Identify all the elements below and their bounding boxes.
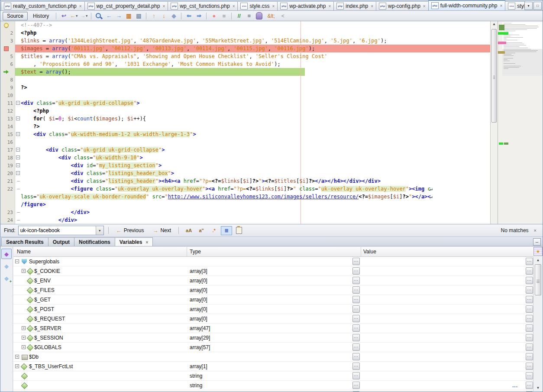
variables-scrollbar[interactable]: ▲ ▼ — [533, 256, 543, 392]
variable-row[interactable]: $_POSTarray[0]...... — [13, 305, 533, 314]
expander-icon[interactable]: + — [15, 355, 19, 359]
file-tab[interactable]: phpindex.php× — [333, 1, 376, 10]
value-ellipsis-button[interactable]: ... — [526, 286, 533, 294]
file-tab[interactable]: cssstyle.css× — [237, 1, 278, 10]
variable-row[interactable]: $_ENVarray[0]...... — [13, 276, 533, 285]
search-input[interactable] — [19, 226, 96, 235]
gutter-cell[interactable]: 16 — [0, 138, 15, 146]
previous-bookmark-icon[interactable]: ↑ — [149, 12, 158, 20]
gutter-cell[interactable]: 3 — [0, 37, 15, 45]
uncomment-icon[interactable]: ≡ — [245, 12, 253, 20]
fold-collapse-icon[interactable]: − — [16, 163, 20, 167]
scroll-down-icon[interactable]: ▼ — [533, 386, 543, 390]
value-ellipsis-button[interactable]: ... — [526, 315, 533, 322]
variable-row[interactable]: $_GETarray[0]...... — [13, 295, 533, 305]
stop-macro-recording-icon[interactable]: ■ — [220, 12, 228, 20]
type-ellipsis-button[interactable]: ... — [352, 334, 360, 341]
gutter-cell[interactable]: 21 — [0, 177, 15, 185]
value-ellipsis-button[interactable]: ... — [526, 391, 533, 392]
rectangular-selection-icon[interactable]: ▧ — [134, 12, 143, 20]
maximize-button[interactable]: □ — [533, 2, 542, 10]
value-ellipsis-button[interactable]: ... — [526, 267, 533, 275]
regex-icon[interactable]: .* — [208, 226, 220, 235]
file-tab[interactable]: phpwp_cst_functions.php× — [168, 1, 238, 10]
variable-row[interactable]: $_REQUESTarray[0]...... — [13, 314, 533, 324]
variable-row[interactable]: +$Db...... — [13, 352, 533, 362]
type-ellipsis-button[interactable]: ... — [352, 296, 360, 303]
panel-tab-search-results[interactable]: Search Results — [1, 237, 48, 246]
gutter-cell[interactable]: 23 — [0, 208, 15, 216]
value-ellipsis-button[interactable]: ... — [526, 277, 533, 284]
value-ellipsis-button[interactable]: ... — [526, 382, 533, 389]
fold-collapse-icon[interactable]: − — [16, 148, 20, 152]
scroll-up-icon[interactable]: ▲ — [533, 258, 543, 262]
file-tab[interactable]: phpwp_cst_property_detail.php× — [84, 1, 168, 10]
tab-close-icon[interactable]: × — [233, 4, 235, 9]
gutter-cell[interactable]: 20 — [0, 169, 15, 177]
highlight-results-icon[interactable]: ≣ — [221, 226, 232, 235]
show-variables-button[interactable]: ◆ — [1, 249, 12, 259]
gutter-cell[interactable]: 18 — [0, 154, 15, 162]
gutter-cell[interactable]: 11 — [0, 99, 15, 107]
value-ellipsis-button[interactable]: ... — [526, 258, 533, 265]
variable-row[interactable]: +$_SESSIONarray[29]...... — [13, 333, 533, 343]
value-ellipsis-button[interactable]: ... — [526, 353, 533, 360]
gutter-cell[interactable] — [0, 45, 15, 52]
editor-minimap[interactable] — [498, 21, 543, 224]
fold-collapse-icon[interactable]: − — [16, 132, 20, 136]
variable-row[interactable]: +$_SERVERarray[47]...... — [13, 324, 533, 333]
gutter-cell[interactable]: 13 — [0, 115, 15, 123]
gutter-cell[interactable]: 5 — [0, 52, 15, 60]
gutter-cell[interactable]: 12 — [0, 107, 15, 115]
variable-row[interactable]: +$GLOBALSarray[57]...... — [13, 343, 533, 352]
tab-close-icon[interactable]: × — [371, 4, 373, 9]
whole-words-icon[interactable]: a" — [196, 226, 207, 235]
gutter-cell[interactable]: 15 — [0, 130, 15, 138]
shift-line-right-icon[interactable]: ⇒ — [194, 12, 203, 20]
variable-row[interactable]: string...... — [13, 371, 533, 381]
value-ellipsis-button[interactable]: ... — [526, 305, 533, 313]
toggle-bookmark-icon[interactable]: ◆ — [169, 12, 178, 20]
expander-icon[interactable]: + — [22, 269, 26, 273]
tab-close-icon[interactable]: × — [500, 3, 503, 8]
variable-row[interactable]: $_FILESarray[0]...... — [13, 285, 533, 295]
fold-collapse-icon[interactable]: − — [16, 156, 20, 159]
gutter-cell[interactable]: 8 — [0, 76, 15, 84]
editor-vertical-scrollbar[interactable]: ▲ — [490, 21, 498, 224]
variable-row[interactable]: +$_COOKIEarray[3]...... — [13, 266, 533, 276]
file-tab[interactable]: phpfull-width-community.php× — [428, 0, 506, 10]
fold-collapse-icon[interactable]: − — [16, 117, 20, 120]
type-ellipsis-button[interactable]: ... — [352, 382, 360, 389]
expander-icon[interactable]: + — [22, 345, 26, 349]
scroll-up-icon[interactable]: ▲ — [491, 22, 498, 26]
type-ellipsis-button[interactable]: ... — [352, 353, 360, 360]
variable-row[interactable]: ...... — [13, 390, 533, 392]
editor-scrollbar-thumb[interactable] — [491, 29, 497, 123]
tab-overflow-button[interactable]: ▾ — [524, 2, 533, 10]
database-icon[interactable] — [255, 12, 263, 20]
shift-line-left-icon[interactable]: ⇐ — [184, 12, 193, 20]
tab-close-icon[interactable]: × — [328, 4, 331, 9]
show-superglobals-button[interactable]: ◆ — [1, 261, 12, 271]
type-ellipsis-button[interactable]: ... — [352, 305, 360, 313]
find-close-icon[interactable]: × — [534, 228, 537, 233]
expander-icon[interactable]: − — [15, 259, 19, 263]
value-ellipsis-button[interactable]: ... — [526, 372, 533, 379]
variables-table-header[interactable]: NameTypeValue — [13, 247, 533, 257]
forward-icon[interactable]: →▾ — [79, 12, 88, 20]
combo-dropdown-icon[interactable]: ▼ — [96, 226, 103, 235]
find-selection-icon[interactable] — [94, 12, 103, 20]
variables-scrollbar-thumb[interactable] — [535, 264, 541, 295]
add-watch-button[interactable]: ◆ + — [1, 273, 12, 283]
value-ellipsis-button[interactable]: ... — [526, 343, 533, 351]
panel-tab-notifications[interactable]: Notifications — [74, 237, 115, 246]
type-ellipsis-button[interactable]: ... — [352, 324, 360, 332]
value-ellipsis-button[interactable]: ... — [526, 324, 533, 332]
find-previous-button[interactable]: ← Previous — [113, 227, 147, 235]
toggle-highlight-icon[interactable]: ▥ — [124, 12, 133, 20]
minimap-viewport[interactable] — [502, 49, 542, 76]
type-ellipsis-button[interactable]: ... — [352, 277, 360, 284]
value-ellipsis-button[interactable]: ... — [526, 363, 533, 370]
expander-icon[interactable]: + — [22, 326, 26, 330]
breakpoint-icon[interactable] — [4, 46, 9, 51]
